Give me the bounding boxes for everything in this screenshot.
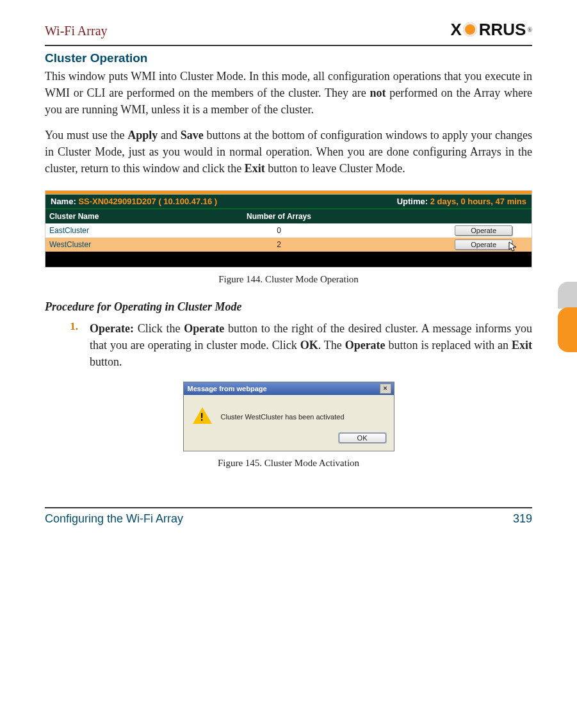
dialog-titlebar: Message from webpage ×	[184, 382, 394, 395]
procedure-heading: Procedure for Operating in Cluster Mode	[45, 300, 532, 314]
logo-x-letter: X	[450, 20, 460, 40]
s1-h: button is replaced with an	[386, 339, 512, 352]
header-title: Wi-Fi Array	[45, 24, 108, 38]
p2-save: Save	[181, 129, 204, 142]
footer-page-number: 319	[513, 512, 532, 526]
header-rule	[45, 45, 532, 46]
figure-145-dialog: Message from webpage × Cluster WestClust…	[183, 382, 394, 451]
name-label: Name:	[51, 197, 76, 206]
col-actions	[429, 209, 532, 223]
s1-ok: OK	[300, 339, 318, 352]
intro-paragraph-2: You must use the Apply and Save buttons …	[45, 127, 532, 177]
page-footer: Configuring the Wi-Fi Array 319	[45, 508, 532, 526]
col-cluster-name: Cluster Name	[45, 209, 129, 223]
cluster-action-cell: Operate	[429, 238, 532, 252]
s1-operate-btn: Operate	[184, 322, 224, 335]
p2-exit: Exit	[245, 162, 265, 175]
operate-button[interactable]: Operate	[455, 239, 512, 250]
section-heading: Cluster Operation	[45, 51, 532, 65]
close-icon[interactable]: ×	[380, 384, 391, 394]
figure-144-caption: Figure 144. Cluster Mode Operation	[45, 274, 532, 285]
table-row: EastCluster 0 Operate	[45, 223, 532, 238]
p2-apply: Apply	[127, 129, 158, 142]
step-number: 1.	[45, 320, 90, 370]
dialog-body: Cluster WestCluster has been activated	[184, 395, 394, 433]
figure-145-wrapper: Message from webpage × Cluster WestClust…	[45, 382, 532, 451]
col-number-arrays: Number of Arrays	[129, 209, 429, 223]
cluster-count-cell: 2	[129, 238, 429, 252]
cluster-count-cell: 0	[129, 223, 429, 238]
brand-logo: X RRUS ®	[450, 20, 532, 38]
dialog-button-row: OK	[184, 433, 394, 451]
intro-paragraph-1: This window puts WMI into Cluster Mode. …	[45, 68, 532, 118]
cluster-name-cell: WestCluster	[45, 238, 129, 252]
uptime-value: 2 days, 0 hours, 47 mins	[430, 197, 526, 206]
dialog-title: Message from webpage	[188, 385, 267, 392]
uptime-label: Uptime:	[397, 197, 428, 206]
warning-icon	[193, 407, 212, 426]
procedure-step-1: 1. Operate: Click the Operate button to …	[45, 320, 532, 370]
footer-section: Configuring the Wi-Fi Array	[45, 512, 183, 526]
logo-text: RRUS	[479, 20, 526, 40]
step-text: Operate: Click the Operate button to the…	[90, 320, 532, 370]
device-name: Name: SS-XN0429091D207 ( 10.100.47.16 )	[51, 197, 217, 206]
step-operate-bold: Operate:	[90, 322, 134, 335]
side-tab-gray	[558, 282, 577, 309]
figure-144-cluster-table: Name: SS-XN0429091D207 ( 10.100.47.16 ) …	[45, 190, 532, 268]
operate-button[interactable]: Operate	[455, 225, 512, 236]
s1-operate2: Operate	[345, 339, 386, 352]
logo-dot-icon	[463, 22, 477, 36]
cluster-action-cell: Operate	[429, 223, 532, 238]
page-header: Wi-Fi Array X RRUS ®	[45, 20, 532, 42]
device-uptime: Uptime: 2 days, 0 hours, 47 mins	[397, 197, 526, 206]
ok-button[interactable]: OK	[339, 433, 386, 443]
p2-a: You must use the	[45, 129, 127, 142]
p2-g: button to leave Cluster Mode.	[265, 162, 405, 175]
cluster-table: Cluster Name Number of Arrays EastCluste…	[45, 209, 532, 252]
s1-exit: Exit	[512, 339, 532, 352]
name-value: SS-XN0429091D207 ( 10.100.47.16 )	[78, 197, 217, 206]
s1-b: Click the	[134, 322, 184, 335]
side-tab-orange	[558, 307, 577, 352]
p2-c: and	[158, 129, 181, 142]
p1-bold-not: not	[370, 86, 386, 99]
table-bottom-bar	[45, 252, 532, 267]
figure-145-caption: Figure 145. Cluster Mode Activation	[45, 458, 532, 469]
table-header-row: Cluster Name Number of Arrays	[45, 209, 532, 223]
dialog-message: Cluster WestCluster has been activated	[221, 413, 345, 421]
s1-j: button.	[90, 355, 122, 368]
cluster-name-cell: EastCluster	[45, 223, 129, 238]
table-row: WestCluster 2 Operate	[45, 238, 532, 252]
s1-f: . The	[318, 339, 345, 352]
logo-registered: ®	[527, 26, 532, 33]
device-info-bar: Name: SS-XN0429091D207 ( 10.100.47.16 ) …	[45, 194, 532, 209]
